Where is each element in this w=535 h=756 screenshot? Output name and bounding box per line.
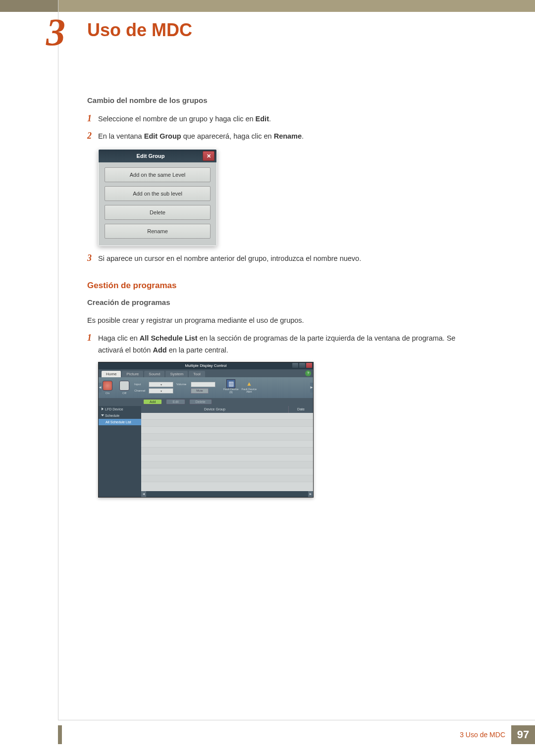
vertical-rule <box>58 0 58 720</box>
dialog-title: Edit Group <box>99 153 203 159</box>
ribbon-off[interactable]: Off <box>117 379 131 396</box>
mdc-tabs: Home Picture Sound System Tool ? <box>99 369 313 377</box>
ribbon-fault: ▥ Fault Device (0) ▲ Fault Device Alert <box>223 379 257 396</box>
table-row <box>141 454 313 461</box>
sidebar-label: Schedule <box>105 414 119 417</box>
help-icon[interactable]: ? <box>305 370 311 376</box>
text: que aparecerá, haga clic en <box>181 132 274 140</box>
channel-select[interactable]: ▾ <box>149 388 173 394</box>
step-text: En la ventana Edit Group que aparecerá, … <box>98 131 304 142</box>
add-same-level-button[interactable]: Add on the same Level <box>105 167 211 182</box>
mdc-toolbar: Add Edit Delete <box>99 398 313 406</box>
mute-field: Mute <box>176 388 215 394</box>
channel-field: Channel ▾ <box>134 388 173 394</box>
top-bar <box>0 0 535 12</box>
input-label: Input <box>134 383 147 386</box>
ribbon-scroll-right-icon[interactable]: ► <box>310 383 313 393</box>
scroll-spacer <box>99 491 141 497</box>
sidebar-item-lfd[interactable]: LFD Device <box>99 406 141 412</box>
bold: Rename <box>274 132 302 140</box>
col-device-group: Device Group <box>141 406 288 413</box>
text: . <box>269 115 271 123</box>
close-icon[interactable]: ✕ <box>203 151 214 161</box>
minimize-icon[interactable] <box>292 363 298 368</box>
ribbon-scroll-left-icon[interactable]: ◄ <box>99 383 102 393</box>
text: En la ventana <box>98 132 144 140</box>
tab-tool[interactable]: Tool <box>189 371 205 377</box>
maximize-icon[interactable] <box>299 363 305 368</box>
edit-button[interactable]: Edit <box>166 399 185 404</box>
step-1: 1 Seleccione el nombre de un grupo y hag… <box>87 113 479 125</box>
step-text: Seleccione el nombre de un grupo y haga … <box>98 113 271 125</box>
delete-button[interactable]: Delete <box>189 399 212 404</box>
fault-device-log[interactable]: ▥ Fault Device (0) <box>223 379 239 396</box>
volume-label: Volume <box>176 383 189 386</box>
mdc-window: Multiple Display Control Home Picture So… <box>98 362 314 498</box>
mdc-grid: Device Group Date <box>141 406 313 491</box>
scroll-right-icon[interactable]: ► <box>308 491 313 497</box>
fault-device-alert[interactable]: ▲ Fault Device Alert <box>242 379 257 396</box>
sidebar-all-schedule-list[interactable]: All Schedule List <box>99 419 141 425</box>
intro-paragraph: Es posible crear y registrar un programa… <box>87 315 479 326</box>
footer-label: 3 Uso de MDC <box>460 731 505 739</box>
delete-button[interactable]: Delete <box>105 205 211 220</box>
fault-sublabel: Alert <box>246 391 252 394</box>
mdc-ribbon: ◄ On Off Input ▾ Channel ▾ <box>99 377 313 398</box>
tab-picture[interactable]: Picture <box>122 371 143 377</box>
sidebar-item-schedule[interactable]: Schedule <box>99 412 141 419</box>
input-select[interactable]: ▾ <box>149 382 173 387</box>
volume-input[interactable] <box>191 382 215 387</box>
close-icon[interactable] <box>306 363 312 368</box>
scroll-left-icon[interactable]: ◄ <box>141 491 146 497</box>
mdc-title: Multiple Display Control <box>99 362 313 369</box>
dialog-titlebar: Edit Group ✕ <box>99 150 216 162</box>
tab-sound[interactable]: Sound <box>144 371 164 377</box>
text: Haga clic en <box>98 334 140 342</box>
mute-button[interactable]: Mute <box>191 388 209 394</box>
grid-rows <box>141 413 313 491</box>
ribbon-volume-col: Volume Mute <box>176 379 215 396</box>
tab-home[interactable]: Home <box>102 371 121 377</box>
table-row <box>141 475 313 482</box>
input-field: Input ▾ <box>134 382 173 387</box>
ribbon-label: On <box>106 392 109 395</box>
tab-system[interactable]: System <box>165 371 188 377</box>
text: Seleccione el nombre de un grupo y haga … <box>98 115 256 123</box>
top-bar-inner <box>58 0 535 12</box>
text: . <box>302 132 304 140</box>
mdc-titlebar: Multiple Display Control <box>99 362 313 369</box>
footer: 3 Uso de MDC 97 <box>460 725 535 744</box>
add-sub-level-button[interactable]: Add on the sub level <box>105 186 211 201</box>
table-row <box>141 413 313 420</box>
col-date: Date <box>288 406 313 413</box>
step-number: 1 <box>87 333 98 355</box>
sidebar-label: LFD Device <box>105 407 123 411</box>
section-heading-2: Gestión de programas <box>87 281 479 291</box>
mdc-main: LFD Device Schedule All Schedule List De… <box>99 406 313 491</box>
section-heading: Cambio del nombre de los grupos <box>87 96 479 104</box>
ribbon-label: Off <box>122 392 126 395</box>
section2-step-1: 1 Haga clic en All Schedule List en la s… <box>87 333 479 355</box>
mdc-scrollbar[interactable]: ◄ ► <box>99 491 313 497</box>
step-number: 1 <box>87 113 98 125</box>
add-button[interactable]: Add <box>143 399 162 404</box>
step-number: 3 <box>87 253 98 264</box>
page-number: 97 <box>511 725 535 744</box>
tri-right-icon <box>102 407 104 410</box>
bold: All Schedule List <box>140 334 198 342</box>
channel-label: Channel <box>134 389 147 392</box>
fault-count: (0) <box>229 391 233 394</box>
rename-button[interactable]: Rename <box>105 224 211 239</box>
scroll-track[interactable] <box>146 491 308 497</box>
dialog-body: Add on the same Level Add on the sub lev… <box>99 162 216 246</box>
step-number: 2 <box>87 131 98 142</box>
table-row <box>141 427 313 434</box>
power-on-icon <box>103 381 112 391</box>
mdc-sidebar: LFD Device Schedule All Schedule List <box>99 406 141 491</box>
step-2: 2 En la ventana Edit Group que aparecerá… <box>87 131 479 142</box>
chapter-title: Uso de MDC <box>87 20 192 41</box>
step-3: 3 Si aparece un cursor en el nombre ante… <box>87 253 479 264</box>
table-row <box>141 468 313 475</box>
ribbon-on[interactable]: On <box>101 379 114 396</box>
table-row <box>141 448 313 454</box>
